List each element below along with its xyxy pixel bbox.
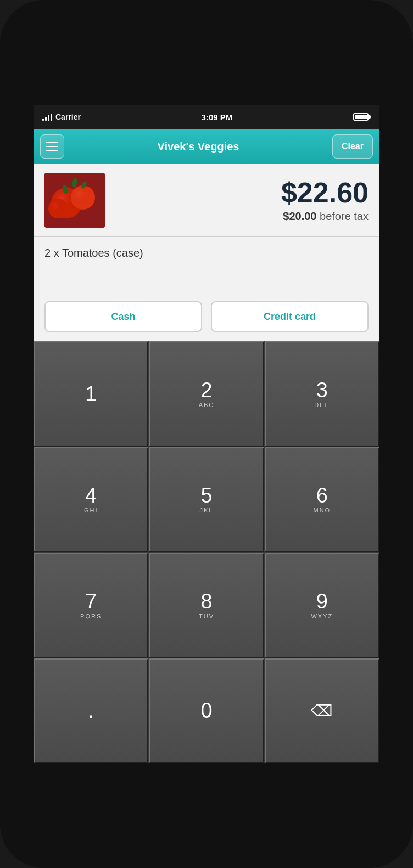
key-3-number: 3 bbox=[316, 380, 328, 401]
key-5-letters: JKL bbox=[200, 507, 214, 514]
hamburger-line-1 bbox=[46, 142, 58, 143]
key-5[interactable]: 5 JKL bbox=[149, 447, 264, 553]
before-tax-label: before tax bbox=[320, 210, 369, 222]
key-dot-symbol: . bbox=[88, 699, 94, 722]
key-7[interactable]: 7 PQRS bbox=[34, 553, 148, 658]
key-3[interactable]: 3 DEF bbox=[265, 341, 379, 447]
key-8[interactable]: 8 TUV bbox=[149, 553, 264, 658]
cash-button[interactable]: Cash bbox=[44, 301, 202, 332]
battery-icon bbox=[353, 113, 371, 121]
before-tax-amount: $20.00 bbox=[283, 210, 316, 222]
key-9-number: 9 bbox=[316, 591, 328, 612]
cart-area: $22.60 $20.00 before tax 2 x Tomatoes (c… bbox=[34, 164, 379, 341]
product-image bbox=[44, 173, 105, 228]
svg-point-6 bbox=[48, 199, 68, 218]
signal-bars-icon bbox=[42, 113, 52, 121]
hamburger-line-3 bbox=[46, 150, 58, 151]
key-0[interactable]: 0 bbox=[149, 658, 264, 764]
price-info: $22.60 $20.00 before tax bbox=[114, 178, 369, 223]
keypad: 1 2 ABC 3 DEF 4 GHI 5 JKL 6 MNO bbox=[34, 341, 379, 763]
phone-frame: Carrier 3:09 PM Vivek's Veggies Clear bbox=[0, 0, 413, 868]
key-8-number: 8 bbox=[200, 591, 212, 612]
nav-bar: Vivek's Veggies Clear bbox=[34, 129, 379, 164]
key-8-letters: TUV bbox=[199, 613, 214, 619]
key-9-letters: WXYZ bbox=[311, 613, 333, 619]
order-items: 2 x Tomatoes (case) bbox=[34, 237, 379, 292]
clear-button[interactable]: Clear bbox=[332, 134, 373, 159]
nav-title: Vivek's Veggies bbox=[158, 140, 239, 153]
key-6-letters: MNO bbox=[313, 507, 331, 514]
battery-fill bbox=[355, 115, 367, 119]
key-4-letters: GHI bbox=[84, 507, 98, 514]
battery-body bbox=[353, 113, 369, 121]
key-1-number: 1 bbox=[85, 384, 97, 404]
battery-tip bbox=[369, 115, 371, 119]
key-1[interactable]: 1 bbox=[34, 341, 148, 447]
order-item-description: 2 x Tomatoes (case) bbox=[44, 247, 143, 259]
key-dot[interactable]: . bbox=[34, 658, 148, 764]
menu-button[interactable] bbox=[40, 134, 64, 159]
key-5-number: 5 bbox=[200, 485, 212, 506]
tomato-image-icon bbox=[44, 173, 105, 228]
key-3-letters: DEF bbox=[314, 402, 330, 408]
signal-bar-4 bbox=[51, 114, 52, 121]
svg-point-4 bbox=[71, 185, 95, 210]
key-4[interactable]: 4 GHI bbox=[34, 447, 148, 553]
key-4-number: 4 bbox=[85, 485, 97, 506]
price-section: $22.60 $20.00 before tax bbox=[34, 164, 379, 236]
key-7-number: 7 bbox=[85, 591, 97, 612]
credit-card-button[interactable]: Credit card bbox=[211, 301, 369, 332]
signal-bar-2 bbox=[45, 117, 47, 121]
key-7-letters: PQRS bbox=[80, 613, 102, 619]
payment-buttons: Cash Credit card bbox=[34, 292, 379, 341]
status-left: Carrier bbox=[42, 112, 81, 121]
key-2-letters: ABC bbox=[199, 402, 215, 408]
key-2[interactable]: 2 ABC bbox=[149, 341, 264, 447]
status-time: 3:09 PM bbox=[202, 112, 233, 122]
phone-screen: Carrier 3:09 PM Vivek's Veggies Clear bbox=[34, 105, 379, 763]
signal-bar-1 bbox=[42, 119, 44, 121]
carrier-label: Carrier bbox=[55, 112, 81, 121]
total-price: $22.60 bbox=[114, 178, 369, 207]
before-tax: $20.00 before tax bbox=[114, 210, 369, 223]
key-0-number: 0 bbox=[200, 700, 212, 721]
key-6[interactable]: 6 MNO bbox=[265, 447, 379, 553]
backspace-icon: ⌫ bbox=[311, 702, 333, 720]
key-backspace[interactable]: ⌫ bbox=[265, 658, 379, 764]
key-9[interactable]: 9 WXYZ bbox=[265, 553, 379, 658]
signal-bar-3 bbox=[48, 115, 49, 121]
key-6-number: 6 bbox=[316, 485, 328, 506]
hamburger-line-2 bbox=[46, 146, 58, 148]
key-2-number: 2 bbox=[200, 380, 212, 401]
status-bar: Carrier 3:09 PM bbox=[34, 105, 379, 129]
